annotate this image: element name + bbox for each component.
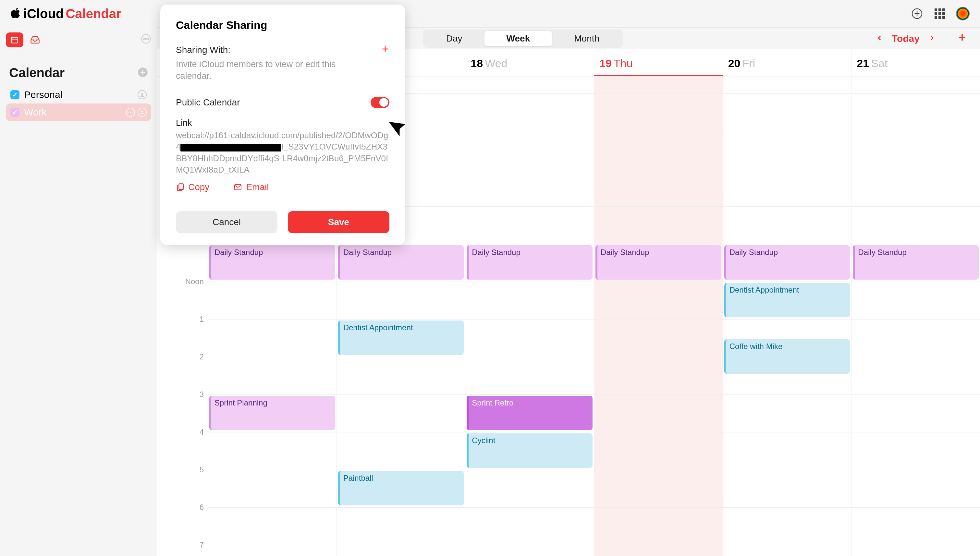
calendar-event[interactable]: Dentist Appointment — [724, 283, 850, 317]
sidebar-item-personal[interactable]: ✓ Personal — [6, 86, 151, 103]
add-calendar-button[interactable] — [137, 67, 148, 79]
day-header-fri[interactable]: 20Fri — [723, 49, 852, 76]
calendar-event[interactable]: Sprint Planning — [209, 396, 335, 430]
calendar-event[interactable]: Daily Standup — [338, 245, 464, 280]
hour-label: 7 — [200, 540, 204, 550]
seg-month[interactable]: Month — [552, 31, 621, 46]
sharing-with-label: Sharing With: — [176, 45, 230, 55]
public-calendar-toggle[interactable] — [370, 97, 390, 108]
day-header-wed[interactable]: 18Wed — [465, 49, 594, 76]
brand-icloud-label: iCloud — [23, 6, 64, 21]
svg-rect-3 — [11, 37, 18, 43]
email-link-button[interactable]: Email — [233, 182, 269, 192]
svg-point-8 — [144, 38, 144, 39]
day-lane-thu[interactable]: Daily Standup — [594, 76, 723, 556]
top-bar: iCloud Calendar — [0, 0, 980, 27]
hour-label: 4 — [200, 428, 204, 436]
link-label: Link — [176, 117, 390, 129]
day-lane-sat[interactable]: Daily Standup — [851, 76, 980, 556]
calendar-event[interactable]: Daily Standup — [209, 245, 335, 280]
sidebar-item-work[interactable]: ✓ Work ⋯ — [6, 103, 151, 121]
checkbox-icon[interactable]: ✓ — [10, 108, 19, 117]
email-label: Email — [246, 182, 269, 192]
calendar-event[interactable]: Daily Standup — [724, 245, 850, 280]
day-lane-wed[interactable]: Daily StandupSprint RetroCyclint — [465, 76, 594, 556]
calendar-event[interactable]: Daily Standup — [853, 245, 979, 280]
app-grid-icon[interactable] — [933, 7, 946, 20]
copy-link-button[interactable]: Copy — [176, 182, 209, 192]
hour-label: 5 — [200, 465, 204, 474]
apple-logo-icon — [10, 6, 21, 21]
calendar-event[interactable]: Coffe with Mike — [724, 339, 850, 374]
calendar-view-button[interactable] — [6, 32, 23, 47]
public-calendar-label: Public Calendar — [176, 97, 240, 108]
brand-calendar-label: Calendar — [66, 6, 121, 21]
share-link-block: Link webcal://p161-caldav.icloud.com/pub… — [176, 117, 390, 176]
calendar-event[interactable]: Cyclint — [467, 433, 592, 468]
svg-rect-20 — [179, 184, 183, 189]
topbar-right — [910, 7, 970, 21]
day-header-thu-today[interactable]: 19Thu — [594, 49, 723, 76]
hour-label: Noon — [185, 277, 204, 286]
view-segmented-control: Day Week Month — [423, 29, 623, 48]
share-person-icon[interactable] — [137, 90, 147, 99]
day-header-sat[interactable]: 21Sat — [851, 49, 980, 76]
svg-point-9 — [146, 38, 146, 39]
calendar-event[interactable]: Sprint Retro — [467, 396, 592, 430]
share-person-icon[interactable] — [137, 108, 147, 117]
save-button[interactable]: Save — [288, 211, 390, 233]
popover-title: Calendar Sharing — [176, 19, 390, 31]
sidebar-item-label: Work — [24, 107, 47, 118]
hour-label: 2 — [200, 352, 204, 361]
calendar-sharing-popover: Calendar Sharing Sharing With: Invite iC… — [160, 5, 405, 245]
next-week-button[interactable] — [928, 33, 936, 44]
redacted-segment — [180, 144, 281, 152]
add-event-button[interactable] — [957, 32, 967, 44]
more-horiz-icon[interactable]: ⋯ — [126, 108, 135, 117]
avatar[interactable] — [956, 7, 970, 21]
add-circle-icon[interactable] — [910, 7, 923, 20]
calendar-event[interactable]: Dentist Appointment — [338, 320, 464, 355]
brand: iCloud Calendar — [10, 6, 121, 21]
sidebar-heading-row: Calendar — [6, 54, 151, 86]
sidebar-item-label: Personal — [24, 89, 62, 100]
sidebar: Calendar ✓ Personal ✓ Work ⋯ — [0, 27, 157, 556]
seg-day[interactable]: Day — [424, 31, 485, 46]
sidebar-more-icon[interactable] — [141, 34, 151, 46]
hour-label: 3 — [200, 390, 204, 399]
svg-point-14 — [141, 93, 143, 95]
calendar-event[interactable]: Paintball — [338, 471, 464, 505]
hour-label: 1 — [200, 315, 204, 324]
calendar-event[interactable]: Daily Standup — [467, 245, 592, 280]
seg-week[interactable]: Week — [485, 31, 552, 46]
sharing-desc: Invite iCloud members to view or edit th… — [176, 58, 344, 82]
cancel-button[interactable]: Cancel — [176, 211, 277, 233]
svg-point-15 — [141, 111, 143, 112]
checkbox-icon[interactable]: ✓ — [10, 90, 19, 99]
prev-week-button[interactable] — [875, 33, 883, 44]
day-lane-fri[interactable]: Daily StandupDentist AppointmentCoffe wi… — [723, 76, 852, 556]
sidebar-toolbar — [6, 31, 151, 54]
calendar-event[interactable]: Daily Standup — [595, 245, 721, 280]
add-person-button[interactable] — [381, 44, 390, 56]
inbox-icon[interactable] — [29, 33, 42, 46]
sidebar-heading: Calendar — [9, 66, 65, 80]
hour-label: 6 — [200, 503, 204, 512]
copy-label: Copy — [188, 182, 209, 192]
svg-point-10 — [148, 38, 149, 39]
today-button[interactable]: Today — [892, 33, 920, 44]
